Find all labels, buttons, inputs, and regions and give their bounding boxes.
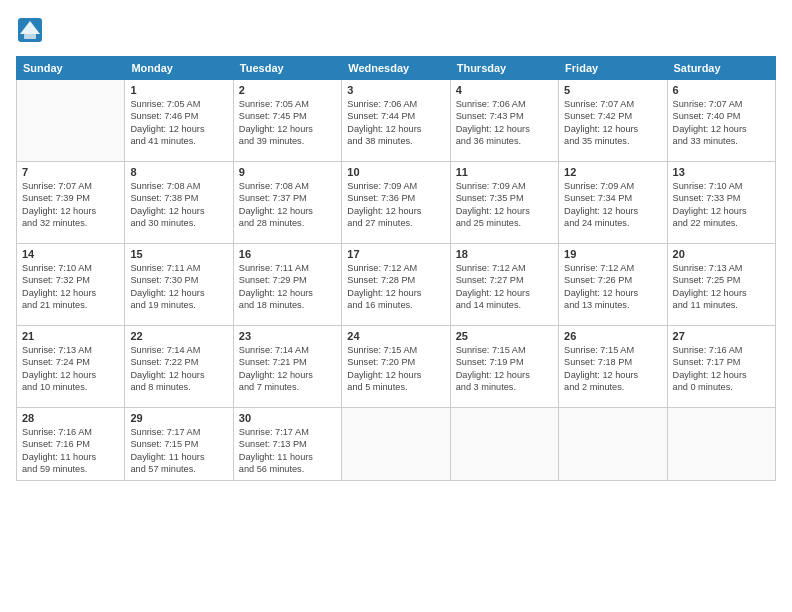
- calendar-day-cell: 4Sunrise: 7:06 AM Sunset: 7:43 PM Daylig…: [450, 80, 558, 162]
- day-info: Sunrise: 7:15 AM Sunset: 7:18 PM Dayligh…: [564, 344, 661, 394]
- day-number: 5: [564, 84, 661, 96]
- day-number: 28: [22, 412, 119, 424]
- calendar-day-cell: 25Sunrise: 7:15 AM Sunset: 7:19 PM Dayli…: [450, 326, 558, 408]
- calendar-day-cell: 23Sunrise: 7:14 AM Sunset: 7:21 PM Dayli…: [233, 326, 341, 408]
- day-info: Sunrise: 7:06 AM Sunset: 7:44 PM Dayligh…: [347, 98, 444, 148]
- calendar-day-cell: 17Sunrise: 7:12 AM Sunset: 7:28 PM Dayli…: [342, 244, 450, 326]
- day-number: 30: [239, 412, 336, 424]
- calendar-day-cell: [450, 408, 558, 481]
- calendar-week-row: 21Sunrise: 7:13 AM Sunset: 7:24 PM Dayli…: [17, 326, 776, 408]
- day-number: 17: [347, 248, 444, 260]
- day-number: 6: [673, 84, 770, 96]
- calendar-table: SundayMondayTuesdayWednesdayThursdayFrid…: [16, 56, 776, 481]
- day-info: Sunrise: 7:10 AM Sunset: 7:32 PM Dayligh…: [22, 262, 119, 312]
- day-info: Sunrise: 7:09 AM Sunset: 7:34 PM Dayligh…: [564, 180, 661, 230]
- calendar-header-row: SundayMondayTuesdayWednesdayThursdayFrid…: [17, 57, 776, 80]
- day-info: Sunrise: 7:14 AM Sunset: 7:22 PM Dayligh…: [130, 344, 227, 394]
- day-number: 16: [239, 248, 336, 260]
- day-number: 24: [347, 330, 444, 342]
- day-number: 15: [130, 248, 227, 260]
- day-number: 22: [130, 330, 227, 342]
- day-info: Sunrise: 7:07 AM Sunset: 7:39 PM Dayligh…: [22, 180, 119, 230]
- calendar-day-header: Tuesday: [233, 57, 341, 80]
- calendar-day-cell: [559, 408, 667, 481]
- calendar-week-row: 1Sunrise: 7:05 AM Sunset: 7:46 PM Daylig…: [17, 80, 776, 162]
- calendar-day-cell: 15Sunrise: 7:11 AM Sunset: 7:30 PM Dayli…: [125, 244, 233, 326]
- calendar-day-cell: 12Sunrise: 7:09 AM Sunset: 7:34 PM Dayli…: [559, 162, 667, 244]
- calendar-day-cell: 21Sunrise: 7:13 AM Sunset: 7:24 PM Dayli…: [17, 326, 125, 408]
- day-number: 21: [22, 330, 119, 342]
- day-info: Sunrise: 7:17 AM Sunset: 7:13 PM Dayligh…: [239, 426, 336, 476]
- calendar-day-cell: [667, 408, 775, 481]
- day-info: Sunrise: 7:09 AM Sunset: 7:35 PM Dayligh…: [456, 180, 553, 230]
- header: [16, 16, 776, 44]
- day-info: Sunrise: 7:08 AM Sunset: 7:37 PM Dayligh…: [239, 180, 336, 230]
- day-info: Sunrise: 7:13 AM Sunset: 7:24 PM Dayligh…: [22, 344, 119, 394]
- calendar-day-header: Friday: [559, 57, 667, 80]
- day-info: Sunrise: 7:14 AM Sunset: 7:21 PM Dayligh…: [239, 344, 336, 394]
- day-number: 11: [456, 166, 553, 178]
- calendar-day-cell: 14Sunrise: 7:10 AM Sunset: 7:32 PM Dayli…: [17, 244, 125, 326]
- day-info: Sunrise: 7:12 AM Sunset: 7:28 PM Dayligh…: [347, 262, 444, 312]
- calendar-day-cell: 5Sunrise: 7:07 AM Sunset: 7:42 PM Daylig…: [559, 80, 667, 162]
- day-info: Sunrise: 7:12 AM Sunset: 7:26 PM Dayligh…: [564, 262, 661, 312]
- day-number: 4: [456, 84, 553, 96]
- calendar-day-cell: 22Sunrise: 7:14 AM Sunset: 7:22 PM Dayli…: [125, 326, 233, 408]
- day-number: 9: [239, 166, 336, 178]
- day-info: Sunrise: 7:11 AM Sunset: 7:29 PM Dayligh…: [239, 262, 336, 312]
- calendar-day-cell: 26Sunrise: 7:15 AM Sunset: 7:18 PM Dayli…: [559, 326, 667, 408]
- day-number: 29: [130, 412, 227, 424]
- calendar-day-cell: 20Sunrise: 7:13 AM Sunset: 7:25 PM Dayli…: [667, 244, 775, 326]
- day-number: 2: [239, 84, 336, 96]
- day-number: 27: [673, 330, 770, 342]
- calendar-day-cell: 28Sunrise: 7:16 AM Sunset: 7:16 PM Dayli…: [17, 408, 125, 481]
- day-info: Sunrise: 7:16 AM Sunset: 7:16 PM Dayligh…: [22, 426, 119, 476]
- calendar-day-cell: [17, 80, 125, 162]
- calendar-day-header: Sunday: [17, 57, 125, 80]
- logo: [16, 16, 48, 44]
- calendar-day-cell: 7Sunrise: 7:07 AM Sunset: 7:39 PM Daylig…: [17, 162, 125, 244]
- day-number: 12: [564, 166, 661, 178]
- day-info: Sunrise: 7:07 AM Sunset: 7:42 PM Dayligh…: [564, 98, 661, 148]
- calendar-day-cell: 19Sunrise: 7:12 AM Sunset: 7:26 PM Dayli…: [559, 244, 667, 326]
- calendar-day-cell: [342, 408, 450, 481]
- day-info: Sunrise: 7:10 AM Sunset: 7:33 PM Dayligh…: [673, 180, 770, 230]
- day-info: Sunrise: 7:12 AM Sunset: 7:27 PM Dayligh…: [456, 262, 553, 312]
- day-info: Sunrise: 7:15 AM Sunset: 7:20 PM Dayligh…: [347, 344, 444, 394]
- day-number: 26: [564, 330, 661, 342]
- day-number: 1: [130, 84, 227, 96]
- day-number: 14: [22, 248, 119, 260]
- svg-rect-2: [24, 34, 36, 39]
- calendar-week-row: 14Sunrise: 7:10 AM Sunset: 7:32 PM Dayli…: [17, 244, 776, 326]
- day-number: 25: [456, 330, 553, 342]
- day-number: 8: [130, 166, 227, 178]
- day-info: Sunrise: 7:17 AM Sunset: 7:15 PM Dayligh…: [130, 426, 227, 476]
- calendar-day-cell: 13Sunrise: 7:10 AM Sunset: 7:33 PM Dayli…: [667, 162, 775, 244]
- calendar-day-cell: 30Sunrise: 7:17 AM Sunset: 7:13 PM Dayli…: [233, 408, 341, 481]
- calendar-week-row: 28Sunrise: 7:16 AM Sunset: 7:16 PM Dayli…: [17, 408, 776, 481]
- calendar-day-cell: 1Sunrise: 7:05 AM Sunset: 7:46 PM Daylig…: [125, 80, 233, 162]
- calendar-day-cell: 18Sunrise: 7:12 AM Sunset: 7:27 PM Dayli…: [450, 244, 558, 326]
- calendar-day-cell: 27Sunrise: 7:16 AM Sunset: 7:17 PM Dayli…: [667, 326, 775, 408]
- day-info: Sunrise: 7:13 AM Sunset: 7:25 PM Dayligh…: [673, 262, 770, 312]
- calendar-day-header: Thursday: [450, 57, 558, 80]
- calendar-day-cell: 2Sunrise: 7:05 AM Sunset: 7:45 PM Daylig…: [233, 80, 341, 162]
- day-info: Sunrise: 7:07 AM Sunset: 7:40 PM Dayligh…: [673, 98, 770, 148]
- day-number: 13: [673, 166, 770, 178]
- day-number: 7: [22, 166, 119, 178]
- calendar-day-cell: 11Sunrise: 7:09 AM Sunset: 7:35 PM Dayli…: [450, 162, 558, 244]
- page: SundayMondayTuesdayWednesdayThursdayFrid…: [0, 0, 792, 612]
- day-info: Sunrise: 7:08 AM Sunset: 7:38 PM Dayligh…: [130, 180, 227, 230]
- day-number: 10: [347, 166, 444, 178]
- calendar-day-cell: 24Sunrise: 7:15 AM Sunset: 7:20 PM Dayli…: [342, 326, 450, 408]
- calendar-day-cell: 16Sunrise: 7:11 AM Sunset: 7:29 PM Dayli…: [233, 244, 341, 326]
- calendar-week-row: 7Sunrise: 7:07 AM Sunset: 7:39 PM Daylig…: [17, 162, 776, 244]
- day-number: 23: [239, 330, 336, 342]
- calendar-day-cell: 6Sunrise: 7:07 AM Sunset: 7:40 PM Daylig…: [667, 80, 775, 162]
- calendar-day-cell: 3Sunrise: 7:06 AM Sunset: 7:44 PM Daylig…: [342, 80, 450, 162]
- day-info: Sunrise: 7:11 AM Sunset: 7:30 PM Dayligh…: [130, 262, 227, 312]
- day-info: Sunrise: 7:05 AM Sunset: 7:46 PM Dayligh…: [130, 98, 227, 148]
- day-info: Sunrise: 7:16 AM Sunset: 7:17 PM Dayligh…: [673, 344, 770, 394]
- calendar-day-cell: 8Sunrise: 7:08 AM Sunset: 7:38 PM Daylig…: [125, 162, 233, 244]
- logo-icon: [16, 16, 44, 44]
